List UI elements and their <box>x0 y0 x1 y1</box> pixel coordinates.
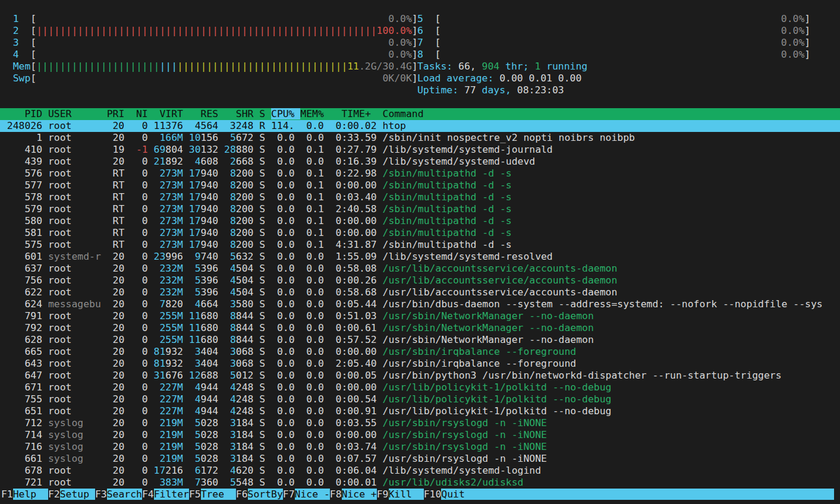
process-row[interactable]: 581 root RT 0 273M 17940 8200 S 0.0 0.1 … <box>0 227 840 239</box>
process-command: /sbin/multipathd -d -s <box>383 191 512 203</box>
fkey-label-sortby[interactable]: SortBy <box>248 489 283 500</box>
column-header-res[interactable]: RES <box>189 108 224 119</box>
fkey-label-nice-[interactable]: Nice + <box>342 489 377 500</box>
column-header-virt[interactable]: VIRT <box>154 108 189 119</box>
process-row[interactable]: 643 root 20 0 81932 3404 3068 S 0.0 0.0 … <box>0 358 840 370</box>
process-row[interactable]: 721 root 20 0 383M 7360 5548 S 0.0 0.0 0… <box>0 477 840 489</box>
cpu-6-meter: 6 [ 0.0%] <box>417 25 810 37</box>
process-row[interactable]: 577 root RT 0 273M 17940 8200 S 0.0 0.1 … <box>0 179 840 191</box>
process-command: /usr/lib/policykit-1/polkitd --no-debug <box>383 382 612 393</box>
process-command: /usr/bin/dbus-daemon --system --address=… <box>383 298 823 310</box>
process-row[interactable]: 791 root 20 0 255M 11680 8844 S 0.0 0.0 … <box>0 310 840 322</box>
process-row[interactable]: 410 root 19 -1 69804 30132 28880 S 0.0 0… <box>0 144 840 156</box>
fkey-label-kill[interactable]: Kill <box>389 489 424 500</box>
fkey-label-help[interactable]: Help <box>13 489 48 500</box>
process-row[interactable]: 579 root RT 0 273M 17940 8200 S 0.0 0.1 … <box>0 203 840 215</box>
process-command: /usr/bin/python3 /usr/bin/networkd-dispa… <box>383 370 782 381</box>
process-row[interactable]: 624 messagebu 20 0 7820 4664 3580 S 0.0 … <box>0 298 840 310</box>
column-header-user[interactable]: USER <box>48 108 107 119</box>
process-command: /usr/sbin/irqbalance --foreground <box>383 358 577 369</box>
process-row[interactable]: 716 syslog 20 0 219M 5028 3184 S 0.0 0.0… <box>0 441 840 453</box>
htop-screen: 1 [ 0.0%] 2 [|||||||||||||||||||||||||||… <box>0 0 840 504</box>
process-row[interactable]: 714 syslog 20 0 219M 5028 3184 S 0.0 0.0… <box>0 429 840 441</box>
process-command: /sbin/multipathd -d -s <box>383 239 512 250</box>
uptime-text: Uptime: 77 days, 08:23:03 <box>417 84 810 96</box>
table-header-row: PID USER PRI NI VIRT RES SHR S CPU% MEM%… <box>0 108 840 120</box>
column-header-shr[interactable]: SHR <box>224 108 259 119</box>
fkey-f9[interactable]: F9 <box>377 489 389 500</box>
cpu-1-meter: 1 [ 0.0%] <box>1 13 418 25</box>
fkey-label-nice-[interactable]: Nice - <box>295 489 330 500</box>
process-command: /sbin/init nospectre_v2 nopti noibrs noi… <box>383 132 635 143</box>
process-row-selected[interactable]: 248026 root 20 0 11376 4564 3248 R 114. … <box>0 120 840 132</box>
process-row[interactable]: 651 root 20 0 227M 4944 4248 S 0.0 0.0 0… <box>0 405 840 417</box>
process-row[interactable]: 601 systemd-r 20 0 23996 9740 5632 S 0.0… <box>0 251 840 263</box>
process-row[interactable]: 578 root RT 0 273M 17940 8200 S 0.0 0.1 … <box>0 191 840 203</box>
process-command: /usr/lib/policykit-1/polkitd --no-debug <box>383 393 612 405</box>
cpu-3-meter: 3 [ 0.0%] <box>1 37 418 49</box>
process-row[interactable]: 439 root 20 0 21892 4608 2668 S 0.0 0.0 … <box>0 156 840 168</box>
process-command: /usr/sbin/rsyslogd -n -iNONE <box>383 441 547 452</box>
column-header-pid[interactable]: PID <box>1 108 48 119</box>
fkey-f1[interactable]: F1 <box>1 489 13 500</box>
fkey-f4[interactable]: F4 <box>142 489 154 500</box>
tasks-text: Tasks: 66, 904 thr; 1 running <box>417 61 810 73</box>
process-row[interactable]: 628 root 20 0 255M 11680 8844 S 0.0 0.0 … <box>0 334 840 346</box>
process-command: /usr/sbin/rsyslogd -n -iNONE <box>383 453 547 464</box>
process-command: /usr/lib/accountsservice/accounts-daemon <box>383 263 618 274</box>
process-command: /usr/sbin/irqbalance --foreground <box>383 346 577 357</box>
column-header-cpu[interactable]: CPU% <box>271 108 300 119</box>
process-row[interactable]: 575 root RT 0 273M 17940 8200 S 0.0 0.1 … <box>0 239 840 251</box>
mem-meter: Mem[||||||||||||||||||||||||||||||||||||… <box>1 61 418 73</box>
cpu-5-meter: 5 [ 0.0%] <box>417 13 810 25</box>
process-command: /lib/systemd/systemd-journald <box>383 144 553 155</box>
process-command: /usr/sbin/NetworkManager --no-daemon <box>383 310 594 322</box>
fkey-f8[interactable]: F8 <box>330 489 342 500</box>
process-command: /usr/lib/udisks2/udisksd <box>383 477 524 488</box>
column-header-s[interactable]: S <box>259 108 271 119</box>
process-command: /usr/lib/policykit-1/polkitd --no-debug <box>383 405 612 417</box>
process-row[interactable]: 678 root 20 0 17216 6172 4620 S 0.0 0.0 … <box>0 465 840 477</box>
process-command: /lib/systemd/systemd-logind <box>383 465 541 476</box>
column-header-mem[interactable]: MEM% <box>300 108 329 119</box>
fkey-f5[interactable]: F5 <box>189 489 201 500</box>
meters-left-column: 1 [ 0.0%] 2 [|||||||||||||||||||||||||||… <box>1 13 418 84</box>
process-row[interactable]: 637 root 20 0 232M 5396 4504 S 0.0 0.0 0… <box>0 263 840 275</box>
process-row[interactable]: 755 root 20 0 227M 4944 4248 S 0.0 0.0 0… <box>0 393 840 405</box>
process-command: /sbin/multipathd -d -s <box>383 203 512 215</box>
process-row[interactable]: 756 root 20 0 232M 5396 4504 S 0.0 0.0 0… <box>0 275 840 286</box>
load-average-text: Load average: 0.00 0.01 0.00 <box>417 73 810 84</box>
process-row[interactable]: 580 root RT 0 273M 17940 8200 S 0.0 0.1 … <box>0 215 840 227</box>
process-command: /usr/sbin/NetworkManager --no-daemon <box>383 322 594 333</box>
process-row[interactable]: 712 syslog 20 0 219M 5028 3184 S 0.0 0.0… <box>0 417 840 429</box>
process-command: /usr/lib/accountsservice/accounts-daemon <box>383 275 618 286</box>
process-row[interactable]: 661 syslog 20 0 219M 5028 3184 S 0.0 0.0… <box>0 453 840 465</box>
fkey-label-search[interactable]: Search <box>107 489 142 500</box>
column-header-time[interactable]: TIME+ <box>330 108 383 119</box>
process-table: PID USER PRI NI VIRT RES SHR S CPU% MEM%… <box>0 108 840 489</box>
process-row[interactable]: 647 root 20 0 31676 12688 5012 S 0.0 0.0… <box>0 370 840 382</box>
process-command: /usr/sbin/NetworkManager --no-daemon <box>383 334 594 345</box>
fkey-label-filter[interactable]: Filter <box>154 489 189 500</box>
column-header-command[interactable]: Command <box>383 108 424 119</box>
fkey-label-tree[interactable]: Tree <box>201 489 236 500</box>
fkey-label-quit[interactable]: Quit <box>441 489 834 500</box>
fkey-f7[interactable]: F7 <box>283 489 295 500</box>
fkey-f3[interactable]: F3 <box>95 489 107 500</box>
process-row[interactable]: 1 root 20 0 166M 10156 5672 S 0.0 0.0 0:… <box>0 132 840 144</box>
process-row[interactable]: 792 root 20 0 255M 11680 8844 S 0.0 0.0 … <box>0 322 840 334</box>
process-command: /sbin/multipathd -d -s <box>383 168 512 179</box>
fkey-label-setup[interactable]: Setup <box>60 489 95 500</box>
process-row[interactable]: 665 root 20 0 81932 3404 3068 S 0.0 0.0 … <box>0 346 840 358</box>
column-header-pri[interactable]: PRI <box>107 108 130 119</box>
fkey-f10[interactable]: F10 <box>424 489 442 500</box>
process-command: /lib/systemd/systemd-udevd <box>383 156 536 167</box>
fkey-f2[interactable]: F2 <box>48 489 60 500</box>
process-row[interactable]: 576 root RT 0 273M 17940 8200 S 0.0 0.1 … <box>0 168 840 179</box>
process-command: /usr/sbin/rsyslogd -n -iNONE <box>383 417 547 429</box>
process-command: /usr/lib/accountsservice/accounts-daemon <box>383 286 618 298</box>
process-row[interactable]: 671 root 20 0 227M 4944 4248 S 0.0 0.0 0… <box>0 382 840 393</box>
process-row[interactable]: 622 root 20 0 232M 5396 4504 S 0.0 0.0 0… <box>0 286 840 298</box>
column-header-ni[interactable]: NI <box>130 108 153 119</box>
fkey-f6[interactable]: F6 <box>236 489 248 500</box>
